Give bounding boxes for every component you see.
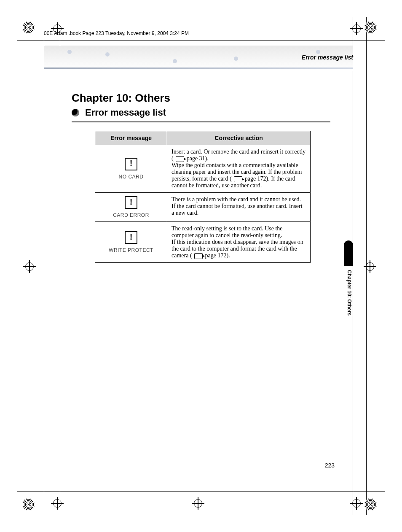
action-text: If this indication does not disappear, s… xyxy=(172,239,303,259)
error-label: WRITE PROTECT xyxy=(99,247,163,253)
warning-icon: ! xyxy=(125,231,137,244)
thumb-tab-label: Chapter 10: Others xyxy=(346,270,352,316)
bullet-icon xyxy=(72,109,79,116)
frame-line xyxy=(17,491,385,491)
warning-icon: ! xyxy=(125,158,137,170)
registration-mark-icon xyxy=(366,262,374,271)
table-header-row: Error message Corrective action xyxy=(95,131,311,145)
banner-dot-icon xyxy=(173,59,177,63)
chapter-title: Chapter 10: Others xyxy=(72,92,170,105)
table-row: ! NO CARD Insert a card. Or remove the c… xyxy=(95,145,311,193)
error-label: NO CARD xyxy=(99,174,163,180)
col-header-message: Error message xyxy=(95,131,167,145)
action-text: page 31). xyxy=(187,155,209,162)
frame-line xyxy=(44,17,44,515)
col-header-action: Corrective action xyxy=(167,131,311,145)
table-row: ! WRITE PROTECT The read-only setting is… xyxy=(95,222,311,263)
action-text: There is a problem with the card and it … xyxy=(172,196,303,216)
section-heading: Error message list xyxy=(72,107,330,122)
banner-dot-icon xyxy=(234,57,238,61)
registration-mark-icon xyxy=(352,499,361,508)
frame-line xyxy=(60,17,60,515)
error-icon-cell: ! NO CARD xyxy=(95,145,167,193)
header-strip: 00E Adam .book Page 223 Tuesday, Novembe… xyxy=(44,30,353,38)
ornament-icon xyxy=(22,21,35,34)
corrective-action-cell: There is a problem with the card and it … xyxy=(167,193,311,222)
thumb-tab xyxy=(344,240,353,266)
banner-dot-icon xyxy=(67,50,72,54)
running-head: Error message list xyxy=(302,54,353,61)
page: 00E Adam .book Page 223 Tuesday, Novembe… xyxy=(0,0,402,532)
action-text: The read-only setting is set to the card… xyxy=(172,225,283,238)
section-rule xyxy=(72,122,330,122)
reference-icon xyxy=(176,156,184,162)
error-icon-cell: ! CARD ERROR xyxy=(95,193,167,222)
registration-mark-icon xyxy=(194,499,202,508)
error-label: CARD ERROR xyxy=(99,212,163,218)
error-icon-cell: ! WRITE PROTECT xyxy=(95,222,167,263)
corrective-action-cell: The read-only setting is set to the card… xyxy=(167,222,311,263)
corrective-action-cell: Insert a card. Or remove the card and re… xyxy=(167,145,311,193)
frame-line xyxy=(353,17,353,515)
registration-mark-icon xyxy=(53,499,62,508)
frame-line xyxy=(17,41,385,41)
registration-mark-icon xyxy=(25,262,34,271)
banner-dot-icon xyxy=(105,52,110,57)
reference-icon xyxy=(234,176,242,182)
page-number: 223 xyxy=(325,462,335,469)
ornament-icon xyxy=(364,498,377,511)
ornament-icon xyxy=(364,21,377,34)
reference-icon xyxy=(194,253,203,259)
ornament-icon xyxy=(22,498,35,511)
registration-mark-icon xyxy=(352,24,361,33)
banner-dot-icon xyxy=(316,50,320,54)
frame-line xyxy=(17,28,385,28)
error-message-table: Error message Corrective action ! NO CAR… xyxy=(95,131,311,263)
table-row: ! CARD ERROR There is a problem with the… xyxy=(95,193,311,222)
section-title: Error message list xyxy=(85,107,166,118)
warning-icon: ! xyxy=(125,196,137,209)
action-text: page 172). xyxy=(205,252,230,259)
header-strip-text: 00E Adam .book Page 223 Tuesday, Novembe… xyxy=(44,30,189,36)
